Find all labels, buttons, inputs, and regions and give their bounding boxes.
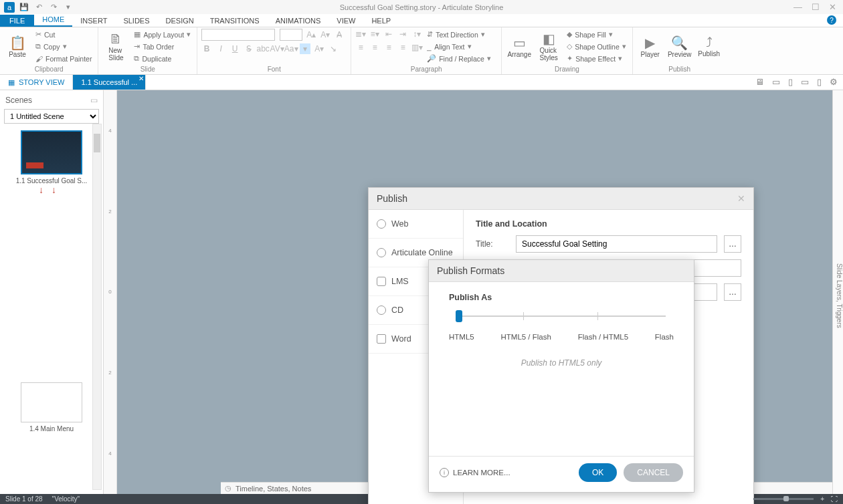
char-spacing-icon[interactable]: AV▾ <box>272 43 282 54</box>
layout-icon: ▦ <box>134 30 140 39</box>
gear-icon[interactable]: ⚙ <box>830 77 838 87</box>
zoom-slider[interactable] <box>753 498 814 500</box>
outdent-icon[interactable]: ⇤ <box>383 29 394 39</box>
scenes-close-icon[interactable]: ▭ <box>90 96 98 105</box>
folder-browse-button[interactable]: … <box>724 283 741 301</box>
shrink-font-icon[interactable]: A▾ <box>320 29 331 40</box>
format-slider[interactable] <box>449 309 674 329</box>
numbering-icon[interactable]: ≡▾ <box>369 29 380 39</box>
ribbon: 📋 Paste ✂Cut ⧉Copy▾ 🖌Format Painter Clip… <box>0 27 843 75</box>
tab-insert[interactable]: INSERT <box>72 15 115 27</box>
font-color-icon[interactable]: A▾ <box>314 43 324 54</box>
title-browse-button[interactable]: … <box>724 235 741 253</box>
formats-ok-button[interactable]: OK <box>579 463 617 482</box>
publish-nav-web[interactable]: Web <box>369 210 463 239</box>
save-icon[interactable]: 💾 <box>19 2 29 13</box>
scenes-scrollbar[interactable] <box>92 124 102 490</box>
tab-slide-1-1[interactable]: 1.1 Successful ... ✕ <box>73 75 146 90</box>
tab-order-button[interactable]: ⇥Tab Order <box>132 41 193 52</box>
formats-cancel-button[interactable]: CANCEL <box>624 463 683 482</box>
font-dialog-icon[interactable]: ↘ <box>328 43 339 54</box>
title-input[interactable] <box>516 235 717 253</box>
bullets-icon[interactable]: ≣▾ <box>355 29 366 39</box>
tab-slides[interactable]: SLIDES <box>115 15 157 27</box>
close-icon[interactable]: ✕ <box>829 2 836 12</box>
preview-button[interactable]: 🔍Preview <box>666 29 693 64</box>
strike-icon[interactable]: S̶ <box>244 43 254 54</box>
slide-thumbnail-1[interactable] <box>21 130 82 174</box>
align-center-icon[interactable]: ≡ <box>369 42 380 53</box>
slide-thumbnail-2[interactable] <box>21 382 82 422</box>
zoom-fit-icon[interactable]: ⛶ <box>831 495 838 503</box>
tab-transitions[interactable]: TRANSITIONS <box>202 15 268 27</box>
shape-fill-button[interactable]: ◆Shape Fill▾ <box>565 29 628 40</box>
cut-button[interactable]: ✂Cut <box>33 29 94 40</box>
tab-design[interactable]: DESIGN <box>158 15 202 27</box>
globe-icon <box>377 219 386 229</box>
quick-styles-button[interactable]: ◧Quick Styles <box>535 29 562 64</box>
zoom-in-icon[interactable]: + <box>820 495 824 503</box>
paste-button[interactable]: 📋 Paste <box>4 29 31 64</box>
tab-story-view[interactable]: ▦ STORY VIEW <box>0 75 73 90</box>
quick-styles-icon: ◧ <box>543 31 555 47</box>
change-case-icon[interactable]: Aa▾ <box>286 43 296 54</box>
arrange-button[interactable]: ▭Arrange <box>506 29 533 64</box>
laptop-icon[interactable]: ▭ <box>772 77 780 87</box>
align-right-icon[interactable]: ≡ <box>383 42 394 53</box>
redo-icon[interactable]: ↷ <box>48 2 59 13</box>
tab-home[interactable]: HOME <box>34 13 72 27</box>
tablet-portrait-icon[interactable]: ▯ <box>788 77 793 87</box>
text-direction-button[interactable]: ⇵Text Direction▾ <box>425 29 493 40</box>
copy-button[interactable]: ⧉Copy▾ <box>33 41 94 52</box>
main-area: Scenes ▭ 1 Untitled Scene 1.1 Successful… <box>0 90 843 494</box>
tab-view[interactable]: VIEW <box>329 15 363 27</box>
indent-icon[interactable]: ⇥ <box>397 29 408 39</box>
tab-animations[interactable]: ANIMATIONS <box>268 15 329 27</box>
publish-button[interactable]: ⤴Publish <box>696 29 723 64</box>
formats-dialog-header: Publish Formats <box>429 260 694 282</box>
duplicate-button[interactable]: ⧉Duplicate <box>132 53 193 64</box>
formats-learn-more[interactable]: i LEARN MORE... <box>440 468 510 477</box>
flow-arrows: ↓↓ <box>4 184 99 195</box>
scenes-panel: Scenes ▭ 1 Untitled Scene 1.1 Successful… <box>0 90 104 494</box>
find-replace-button[interactable]: 🔎Find / Replace▾ <box>425 53 493 64</box>
close-tab-icon[interactable]: ✕ <box>138 75 144 82</box>
desktop-icon[interactable]: 🖥 <box>755 77 764 87</box>
align-text-button[interactable]: ⎯Align Text▾ <box>425 41 493 52</box>
bold-icon[interactable]: B <box>201 43 212 54</box>
font-size-select[interactable] <box>280 29 302 41</box>
italic-icon[interactable]: I <box>215 43 226 54</box>
help-icon[interactable]: ? <box>827 15 836 25</box>
clear-format-icon[interactable]: A̶ <box>334 29 345 40</box>
scene-select[interactable]: 1 Untitled Scene <box>4 109 99 124</box>
align-left-icon[interactable]: ≡ <box>355 42 366 53</box>
line-spacing-icon[interactable]: ↕▾ <box>411 29 422 39</box>
shape-effect-button[interactable]: ✦Shape Effect▾ <box>565 53 628 64</box>
maximize-icon[interactable]: ☐ <box>812 2 820 12</box>
tab-help[interactable]: HELP <box>363 15 399 27</box>
columns-icon[interactable]: ▥▾ <box>411 42 422 53</box>
shadow-icon[interactable]: abc <box>258 43 268 54</box>
publish-close-icon[interactable]: ✕ <box>737 193 745 204</box>
slider-labels: HTML5 HTML5 / Flash Flash / HTML5 Flash <box>449 333 674 341</box>
undo-icon[interactable]: ↶ <box>33 2 44 13</box>
qat-dropdown-icon[interactable]: ▾ <box>63 2 74 13</box>
justify-icon[interactable]: ≡ <box>397 42 408 53</box>
font-family-select[interactable] <box>201 29 275 41</box>
app-icon: a <box>4 2 15 13</box>
new-slide-button[interactable]: 🗎 New Slide <box>102 29 129 64</box>
highlight-icon[interactable]: ▾ <box>300 43 310 54</box>
grow-font-icon[interactable]: A▴ <box>306 29 316 40</box>
format-painter-button[interactable]: 🖌Format Painter <box>33 53 94 64</box>
slide-indicator: Slide 1 of 28 <box>5 495 43 503</box>
player-button[interactable]: ▶Player <box>637 29 664 64</box>
tab-file[interactable]: FILE <box>0 15 34 27</box>
shape-outline-button[interactable]: ◇Shape Outline▾ <box>565 41 628 52</box>
minimize-icon[interactable]: — <box>793 2 802 12</box>
tablet-landscape-icon[interactable]: ▭ <box>801 77 809 87</box>
underline-icon[interactable]: U <box>229 43 240 54</box>
apply-layout-button[interactable]: ▦Apply Layout▾ <box>132 29 193 40</box>
phone-icon[interactable]: ▯ <box>817 77 822 87</box>
preview-icon: 🔍 <box>671 35 688 51</box>
slider-thumb[interactable] <box>456 310 462 322</box>
